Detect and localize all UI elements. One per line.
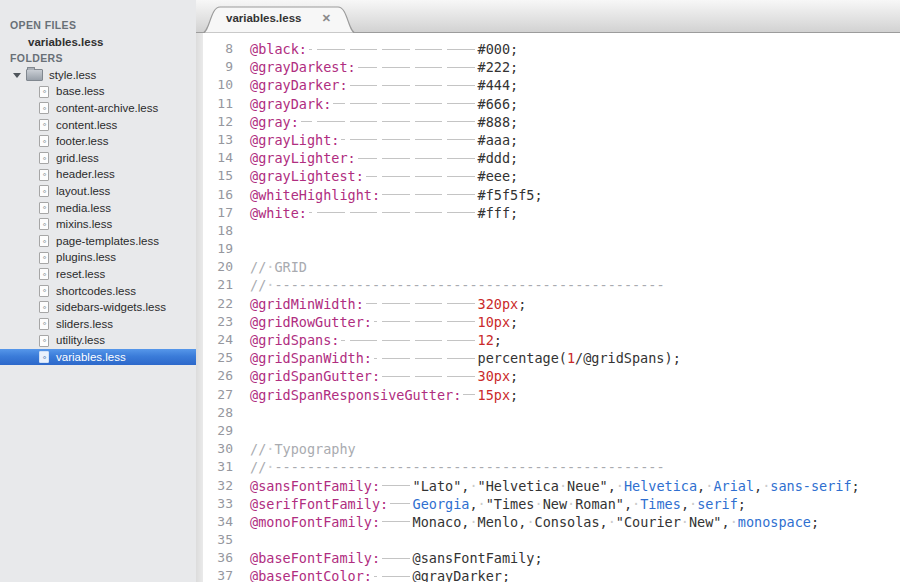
code-line[interactable]: 35 bbox=[196, 531, 900, 549]
code-area[interactable]: 8@black:#000;9@grayDarkest:#222;10@grayD… bbox=[196, 33, 900, 582]
code-token: New bbox=[543, 496, 567, 512]
space-dot: · bbox=[478, 496, 486, 512]
sidebar-file-item[interactable]: sliders.less bbox=[0, 316, 196, 333]
code-token: // bbox=[250, 259, 266, 275]
sidebar-file-item[interactable]: shortcodes.less bbox=[0, 283, 196, 300]
code-text: //·-------------------------------------… bbox=[233, 458, 665, 476]
code-text: //·-------------------------------------… bbox=[233, 276, 665, 294]
code-line[interactable]: 31//·-----------------------------------… bbox=[196, 458, 900, 476]
tab-whitespace-dash bbox=[390, 503, 409, 504]
code-line[interactable]: 30//·Typography bbox=[196, 440, 900, 458]
code-token: #000; bbox=[478, 41, 519, 57]
code-line[interactable]: 27@gridSpanResponsiveGutter:15px; bbox=[196, 386, 900, 404]
open-file-item-variables-less[interactable]: variables.less bbox=[0, 34, 196, 51]
code-token: #888; bbox=[478, 114, 519, 130]
file-label: variables.less bbox=[56, 349, 126, 366]
code-token: #aaa; bbox=[478, 132, 519, 148]
code-line[interactable]: 28 bbox=[196, 404, 900, 422]
code-line[interactable]: 33@serifFontFamily:Georgia,·"Times·New·R… bbox=[196, 495, 900, 513]
code-token: sans-serif bbox=[770, 478, 851, 494]
code-text: @baseFontFamily:@sansFontFamily; bbox=[233, 549, 543, 567]
code-text: @gridMinWidth:320px; bbox=[233, 295, 526, 313]
code-line[interactable]: 24@gridSpans:12; bbox=[196, 331, 900, 349]
code-token: New", bbox=[689, 514, 730, 530]
code-line[interactable]: 19 bbox=[196, 240, 900, 258]
file-icon bbox=[39, 268, 49, 280]
sidebar-file-item[interactable]: plugins.less bbox=[0, 249, 196, 266]
code-line[interactable]: 12@gray:#888; bbox=[196, 113, 900, 131]
space-dot: · bbox=[632, 496, 640, 512]
tab-whitespace-dash bbox=[415, 194, 443, 195]
code-text: @monoFontFamily:Monaco,·Menlo,·Consolas,… bbox=[233, 513, 819, 531]
code-token: /@gridSpans); bbox=[575, 350, 681, 366]
sidebar-file-item[interactable]: reset.less bbox=[0, 266, 196, 283]
tab-whitespace-dash bbox=[382, 85, 410, 86]
code-line[interactable]: 23@gridRowGutter:10px; bbox=[196, 313, 900, 331]
sidebar-file-item[interactable]: sidebars-widgets.less bbox=[0, 299, 196, 316]
code-line[interactable]: 34@monoFontFamily:Monaco,·Menlo,·Consola… bbox=[196, 513, 900, 531]
code-token: @baseFontFamily: bbox=[250, 550, 380, 566]
code-token: percentage( bbox=[478, 350, 567, 366]
code-line[interactable]: 36@baseFontFamily:@sansFontFamily; bbox=[196, 549, 900, 567]
sidebar-file-item[interactable]: page-templates.less bbox=[0, 233, 196, 250]
code-line[interactable]: 32@sansFontFamily:"Lato",·"Helvetica·Neu… bbox=[196, 477, 900, 495]
code-text: //·Typography bbox=[233, 440, 356, 458]
code-line[interactable]: 9@grayDarkest:#222; bbox=[196, 58, 900, 76]
file-label: shortcodes.less bbox=[56, 283, 136, 300]
code-text: @black:#000; bbox=[233, 40, 518, 58]
sidebar-file-item[interactable]: header.less bbox=[0, 166, 196, 183]
file-icon bbox=[39, 301, 49, 313]
code-line[interactable]: 21//·-----------------------------------… bbox=[196, 276, 900, 294]
sidebar-folder-style-less[interactable]: style.less bbox=[0, 67, 196, 84]
code-token: ; bbox=[510, 368, 518, 384]
sidebar-file-item[interactable]: mixins.less bbox=[0, 216, 196, 233]
code-line[interactable]: 22@gridMinWidth:320px; bbox=[196, 295, 900, 313]
sidebar-file-item[interactable]: footer.less bbox=[0, 133, 196, 150]
tab-whitespace-dash bbox=[415, 358, 443, 359]
code-line[interactable]: 15@grayLightest:#eee; bbox=[196, 167, 900, 185]
code-text: @sansFontFamily:"Lato",·"Helvetica·Neue"… bbox=[233, 477, 860, 495]
code-token: "Times bbox=[486, 496, 535, 512]
code-line[interactable]: 20//·GRID bbox=[196, 258, 900, 276]
sidebar-file-item[interactable]: variables.less bbox=[0, 349, 196, 366]
sidebar-file-item[interactable]: media.less bbox=[0, 200, 196, 217]
code-token: @baseFontColor: bbox=[250, 568, 372, 582]
code-line[interactable]: 8@black:#000; bbox=[196, 40, 900, 58]
tab-whitespace-dash bbox=[415, 321, 443, 322]
tab-close-icon[interactable]: ✕ bbox=[322, 12, 331, 25]
code-token: Typography bbox=[274, 441, 355, 457]
code-line[interactable]: 13@grayLight:#aaa; bbox=[196, 131, 900, 149]
code-line[interactable]: 25@gridSpanWidth:percentage(1/@gridSpans… bbox=[196, 349, 900, 367]
tab-whitespace-dash bbox=[350, 85, 378, 86]
code-token: Helvetica bbox=[624, 478, 697, 494]
code-token: #fff; bbox=[478, 205, 519, 221]
sidebar-file-item[interactable]: layout.less bbox=[0, 183, 196, 200]
sidebar-file-item[interactable]: grid.less bbox=[0, 150, 196, 167]
tab-whitespace-dash bbox=[301, 121, 312, 122]
code-line[interactable]: 26@gridSpanGutter:30px; bbox=[196, 367, 900, 385]
space-dot: · bbox=[535, 496, 543, 512]
code-token: ; bbox=[510, 314, 518, 330]
code-line[interactable]: 14@grayLighter:#ddd; bbox=[196, 149, 900, 167]
sidebar-file-item[interactable]: utility.less bbox=[0, 332, 196, 349]
code-line[interactable]: 16@whiteHighlight:#f5f5f5; bbox=[196, 186, 900, 204]
code-line[interactable]: 37@baseFontColor:@grayDarker; bbox=[196, 567, 900, 582]
disclosure-triangle-icon[interactable] bbox=[13, 73, 21, 78]
sidebar-file-item[interactable]: content-archive.less bbox=[0, 100, 196, 117]
code-line[interactable]: 10@grayDarker:#444; bbox=[196, 76, 900, 94]
sidebar-file-item[interactable]: content.less bbox=[0, 117, 196, 134]
tab-whitespace-dash bbox=[415, 121, 443, 122]
folder-icon bbox=[26, 69, 43, 81]
file-icon bbox=[39, 135, 49, 147]
code-line[interactable]: 18 bbox=[196, 222, 900, 240]
tab-title: variables.less bbox=[226, 12, 301, 24]
code-token: @sansFontFamily; bbox=[413, 550, 543, 566]
sidebar-file-item[interactable]: base.less bbox=[0, 83, 196, 100]
tab-variables-less[interactable]: variables.less ✕ bbox=[201, 6, 357, 33]
tab-whitespace-dash bbox=[447, 103, 475, 104]
code-line[interactable]: 29 bbox=[196, 422, 900, 440]
code-line[interactable]: 17@white:#fff; bbox=[196, 204, 900, 222]
tab-whitespace-dash bbox=[415, 340, 443, 341]
code-line[interactable]: 11@grayDark:#666; bbox=[196, 95, 900, 113]
tab-whitespace-dash bbox=[309, 49, 312, 50]
